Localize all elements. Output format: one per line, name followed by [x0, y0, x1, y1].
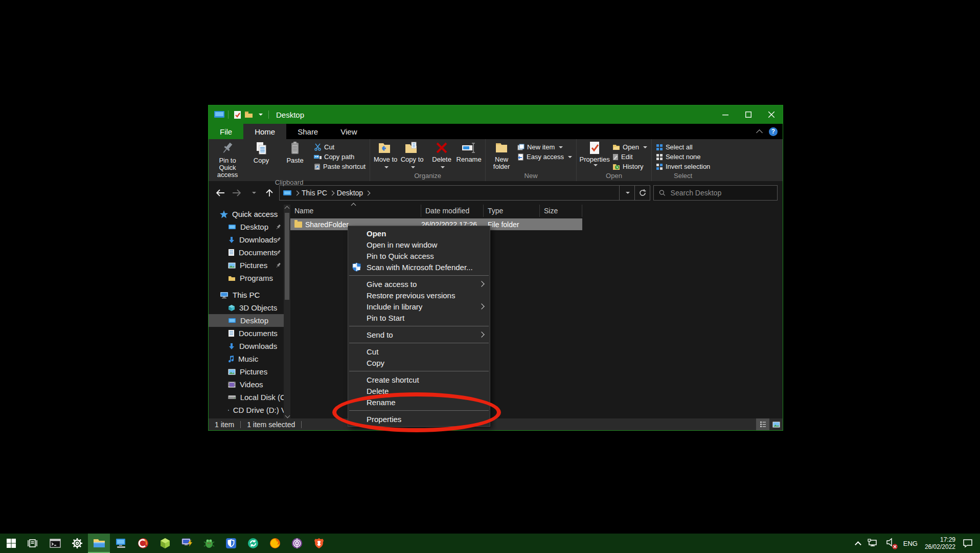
sidebar-item-3d-objects[interactable]: 3D Objects [209, 301, 290, 314]
close-button[interactable] [760, 105, 783, 124]
refresh-button[interactable] [635, 185, 650, 201]
menu-item-open[interactable]: Open [348, 228, 490, 239]
file-explorer-taskbar-icon[interactable] [88, 534, 110, 553]
history-button[interactable]: History [610, 162, 649, 171]
menu-item-open-in-new-window[interactable]: Open in new window [348, 239, 490, 250]
scroll-up-icon[interactable] [285, 206, 290, 211]
brave-icon[interactable] [308, 534, 330, 553]
delete-button[interactable]: Delete [429, 140, 454, 170]
minimize-button[interactable] [714, 105, 737, 124]
tab-share[interactable]: Share [286, 124, 329, 139]
sidebar-item-programs[interactable]: Programs [209, 272, 290, 284]
sidebar-item-documents[interactable]: Documents [209, 327, 290, 340]
menu-item-create-shortcut[interactable]: Create shortcut [348, 374, 490, 385]
rename-button[interactable]: Rename [454, 140, 483, 163]
settings-gear-icon[interactable] [66, 534, 88, 553]
paste-button[interactable]: Paste [278, 140, 312, 164]
copy-to-button[interactable]: Copy to [399, 140, 425, 170]
volume-muted-icon[interactable] [886, 538, 896, 549]
help-icon[interactable]: ? [769, 127, 778, 136]
tor-browser-icon[interactable] [286, 534, 308, 553]
sidebar-item-cd-drive-d[interactable]: CD Drive (D:) Vir [209, 404, 290, 416]
network-icon[interactable] [868, 539, 879, 548]
sidebar-section-quick-access[interactable]: Quick access [209, 208, 290, 220]
new-folder-button[interactable]: New folder [488, 140, 515, 170]
pin-to-quick-access-button[interactable]: Pin to Quick access [211, 140, 244, 179]
installer-icon[interactable] [176, 534, 198, 553]
back-button[interactable] [214, 186, 227, 200]
details-view-button[interactable] [756, 418, 769, 430]
menu-item-pin-to-start[interactable]: Pin to Start [348, 312, 490, 323]
menu-item-include-in-library[interactable]: Include in library [348, 301, 490, 312]
title-bar[interactable]: Desktop [209, 105, 783, 124]
menu-item-scan-with-defender[interactable]: Scan with Microsoft Defender... [348, 261, 490, 273]
column-header-name[interactable]: Name [290, 205, 421, 217]
menu-item-give-access-to[interactable]: Give access to [348, 278, 490, 290]
breadcrumb-this-pc[interactable]: This PC [302, 189, 327, 197]
bitwarden-icon[interactable] [220, 534, 242, 553]
up-button[interactable] [263, 186, 276, 200]
menu-item-delete[interactable]: Delete [348, 385, 490, 396]
sidebar-item-vmshared[interactable]: vmShared (\\VB: [209, 416, 290, 418]
sidebar-item-documents-qa[interactable]: Documents [209, 246, 290, 259]
sidebar-item-local-disk-c[interactable]: Local Disk (C:) [209, 391, 290, 404]
tab-file[interactable]: File [209, 124, 243, 139]
properties-button[interactable]: Properties [579, 140, 610, 166]
sidebar-scrollbar[interactable] [284, 205, 290, 418]
search-input[interactable] [671, 189, 772, 197]
move-to-button[interactable]: Move to [372, 140, 399, 170]
sidebar-item-pictures-qa[interactable]: Pictures [209, 259, 290, 272]
tab-view[interactable]: View [329, 124, 368, 139]
column-header-date-modified[interactable]: Date modified [421, 205, 484, 217]
menu-item-restore-previous-versions[interactable]: Restore previous versions [348, 290, 490, 301]
clock[interactable]: 17:29 26/02/2022 [925, 536, 955, 550]
start-button[interactable] [0, 534, 22, 553]
maximize-button[interactable] [737, 105, 760, 124]
menu-item-properties[interactable]: Properties [348, 413, 490, 425]
new-item-button[interactable]: New item [515, 142, 574, 152]
cut-button[interactable]: Cut [312, 142, 368, 152]
select-none-button[interactable]: Select none [654, 152, 712, 162]
column-header-size[interactable]: Size [540, 205, 582, 217]
easy-access-button[interactable]: Easy access [515, 152, 574, 162]
collapse-ribbon-icon[interactable] [756, 129, 763, 136]
copy-path-button[interactable]: Copy path [312, 152, 368, 162]
column-header-type[interactable]: Type [484, 205, 540, 217]
task-view-button[interactable] [22, 534, 44, 553]
breadcrumb-desktop[interactable]: Desktop [337, 189, 363, 197]
menu-item-copy[interactable]: Copy [348, 357, 490, 368]
terminal-icon[interactable] [44, 534, 66, 553]
antispyware-bug-icon[interactable] [198, 534, 220, 553]
tray-show-hidden-icons[interactable] [855, 541, 861, 548]
remote-desktop-icon[interactable] [110, 534, 132, 553]
address-bar[interactable]: This PC Desktop [279, 185, 620, 201]
scroll-down-icon[interactable] [286, 414, 289, 417]
tab-home[interactable]: Home [243, 124, 286, 139]
action-center-icon[interactable] [963, 539, 973, 548]
sidebar-item-desktop[interactable]: Desktop [209, 314, 290, 327]
forward-button[interactable] [230, 186, 243, 200]
sidebar-item-pictures[interactable]: Pictures [209, 365, 290, 378]
edit-button[interactable]: Edit [610, 152, 649, 162]
invert-selection-button[interactable]: Invert selection [654, 162, 712, 171]
virtualbox-cube-icon[interactable] [154, 534, 176, 553]
menu-item-send-to[interactable]: Send to [348, 329, 490, 340]
firefox-icon[interactable] [264, 534, 286, 553]
large-icons-view-button[interactable] [769, 418, 783, 430]
copy-button[interactable]: Copy [244, 140, 278, 164]
scrollbar-thumb[interactable] [285, 213, 289, 300]
language-indicator[interactable]: ENG [903, 540, 918, 547]
sidebar-item-downloads[interactable]: Downloads [209, 340, 290, 352]
sidebar-item-downloads-qa[interactable]: Downloads [209, 233, 290, 246]
properties-quick-icon[interactable] [232, 109, 243, 120]
recent-locations-dropdown[interactable] [246, 186, 260, 200]
sync-icon[interactable] [242, 534, 264, 553]
menu-item-cut[interactable]: Cut [348, 346, 490, 357]
paste-shortcut-button[interactable]: Paste shortcut [312, 162, 368, 171]
ccleaner-icon[interactable] [132, 534, 154, 553]
new-folder-quick-icon[interactable] [243, 109, 254, 120]
address-history-dropdown[interactable] [620, 185, 635, 201]
open-button[interactable]: Open [610, 142, 649, 152]
sidebar-item-videos[interactable]: Videos [209, 378, 290, 391]
search-box[interactable] [653, 185, 778, 201]
